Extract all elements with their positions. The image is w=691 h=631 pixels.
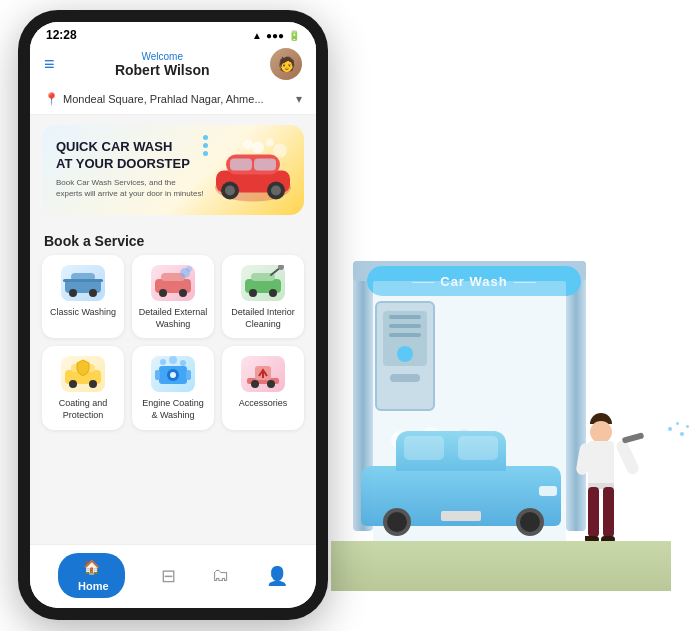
service-grid: Classic Washing Detailed bbox=[30, 255, 316, 438]
nav-wallet-button[interactable]: 🗂 bbox=[212, 565, 230, 586]
profile-icon: 👤 bbox=[266, 565, 288, 587]
service-card-detailed-external[interactable]: Detailed External Washing bbox=[132, 255, 214, 338]
service-label-engine: Engine Coating & Washing bbox=[138, 398, 208, 421]
classic-washing-icon bbox=[61, 265, 105, 301]
car-in-wash bbox=[361, 441, 561, 541]
svg-point-38 bbox=[170, 372, 176, 378]
svg-point-11 bbox=[243, 140, 253, 150]
avatar[interactable]: 🧑 bbox=[270, 48, 302, 80]
banner-subtitle: Book Car Wash Services, and the experts … bbox=[56, 177, 204, 199]
phone-screen: 12:28 ▲ ●●● 🔋 ≡ Welcome Robert Wilson 🧑 … bbox=[30, 22, 316, 608]
service-card-accessories[interactable]: Accessories bbox=[222, 346, 304, 429]
svg-rect-3 bbox=[230, 159, 252, 171]
svg-point-23 bbox=[186, 266, 192, 272]
welcome-label: Welcome bbox=[115, 51, 210, 62]
banner-car-illustration bbox=[208, 133, 298, 208]
svg-rect-17 bbox=[63, 279, 103, 282]
wash-person bbox=[576, 413, 626, 543]
detailed-interior-icon bbox=[241, 265, 285, 301]
engine-coating-icon bbox=[151, 356, 195, 392]
svg-point-8 bbox=[271, 186, 281, 196]
avatar-image: 🧑 bbox=[278, 56, 295, 72]
nav-home-button[interactable]: 🏠 Home bbox=[58, 553, 125, 598]
service-label-detailed-interior: Detailed Interior Cleaning bbox=[228, 307, 298, 330]
svg-point-32 bbox=[69, 380, 77, 388]
bottom-navigation: 🏠 Home ⊟ 🗂 👤 bbox=[30, 544, 316, 608]
carwash-illustration: —— Car Wash —— bbox=[331, 211, 691, 631]
service-label-detailed-external: Detailed External Washing bbox=[138, 307, 208, 330]
svg-point-10 bbox=[266, 139, 274, 147]
status-icons: ▲ ●●● 🔋 bbox=[252, 30, 300, 41]
svg-point-41 bbox=[180, 360, 186, 366]
ground bbox=[331, 541, 671, 591]
service-card-engine[interactable]: Engine Coating & Washing bbox=[132, 346, 214, 429]
svg-rect-36 bbox=[186, 370, 191, 380]
nav-profile-button[interactable]: 👤 bbox=[266, 565, 288, 587]
banner-dots bbox=[203, 135, 208, 156]
status-time: 12:28 bbox=[46, 28, 77, 42]
svg-point-27 bbox=[269, 289, 277, 297]
promo-banner[interactable]: QUICK CAR WASHAT YOUR DOORSTEP Book Car … bbox=[42, 125, 304, 215]
svg-rect-4 bbox=[254, 159, 276, 171]
svg-point-26 bbox=[249, 289, 257, 297]
svg-point-21 bbox=[179, 289, 187, 297]
signal-icon: ●●● bbox=[266, 30, 284, 41]
nav-list-button[interactable]: ⊟ bbox=[161, 565, 176, 587]
section-title: Book a Service bbox=[30, 225, 316, 255]
svg-point-33 bbox=[89, 380, 97, 388]
wash-machine bbox=[375, 301, 435, 411]
location-text: Mondeal Square, Prahlad Nagar, Ahme... bbox=[63, 93, 292, 105]
location-bar[interactable]: 📍 Mondeal Square, Prahlad Nagar, Ahme...… bbox=[30, 88, 316, 115]
svg-point-20 bbox=[159, 289, 167, 297]
status-bar: 12:28 ▲ ●●● 🔋 bbox=[30, 22, 316, 44]
detailed-external-icon bbox=[151, 265, 195, 301]
svg-point-40 bbox=[169, 356, 177, 364]
chevron-down-icon: ▾ bbox=[296, 92, 302, 106]
svg-point-45 bbox=[267, 380, 275, 388]
location-pin-icon: 📍 bbox=[44, 92, 59, 106]
banner-title: QUICK CAR WASHAT YOUR DOORSTEP bbox=[56, 139, 204, 173]
scroll-content: QUICK CAR WASHAT YOUR DOORSTEP Book Car … bbox=[30, 115, 316, 544]
service-card-coating[interactable]: Coating and Protection bbox=[42, 346, 124, 429]
list-icon: ⊟ bbox=[161, 565, 176, 587]
svg-point-39 bbox=[160, 359, 166, 365]
svg-point-12 bbox=[273, 144, 287, 158]
phone-frame: 12:28 ▲ ●●● 🔋 ≡ Welcome Robert Wilson 🧑 … bbox=[18, 10, 328, 620]
wallet-icon: 🗂 bbox=[212, 565, 230, 586]
wifi-icon: ▲ bbox=[252, 30, 262, 41]
home-icon: 🏠 bbox=[83, 559, 100, 575]
battery-icon: 🔋 bbox=[288, 30, 300, 41]
coating-protection-icon bbox=[61, 356, 105, 392]
service-label-coating: Coating and Protection bbox=[48, 398, 118, 421]
service-label-classic-washing: Classic Washing bbox=[50, 307, 116, 319]
svg-point-9 bbox=[252, 142, 264, 154]
service-card-detailed-interior[interactable]: Detailed Interior Cleaning bbox=[222, 255, 304, 338]
svg-point-6 bbox=[225, 186, 235, 196]
accessories-icon bbox=[241, 356, 285, 392]
svg-point-44 bbox=[251, 380, 259, 388]
user-name: Robert Wilson bbox=[115, 62, 210, 78]
svg-point-16 bbox=[89, 289, 97, 297]
header-center: Welcome Robert Wilson bbox=[115, 51, 210, 78]
svg-point-15 bbox=[69, 289, 77, 297]
service-label-accessories: Accessories bbox=[239, 398, 288, 410]
app-header: ≡ Welcome Robert Wilson 🧑 bbox=[30, 44, 316, 88]
hamburger-menu-icon[interactable]: ≡ bbox=[44, 54, 55, 75]
service-card-classic-washing[interactable]: Classic Washing bbox=[42, 255, 124, 338]
nav-home-label: Home bbox=[78, 580, 109, 592]
svg-rect-35 bbox=[155, 370, 160, 380]
